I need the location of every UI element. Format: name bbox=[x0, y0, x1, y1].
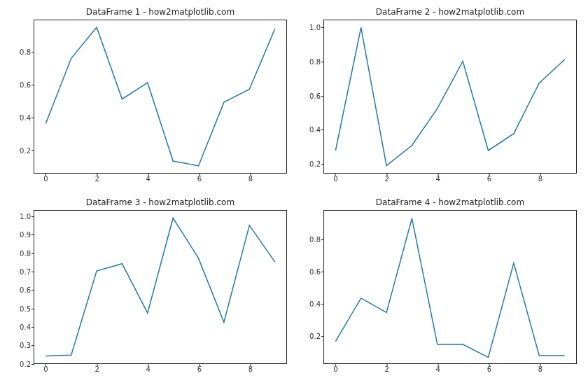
y-tick-label: 0.7 bbox=[20, 267, 31, 275]
x-tick-label: 6 bbox=[487, 175, 491, 183]
y-tick-label: 0.4 bbox=[309, 300, 321, 308]
x-tick-label: 2 bbox=[94, 365, 99, 373]
x-tick-label: 8 bbox=[248, 365, 253, 373]
y-tick-label: 0.4 bbox=[20, 323, 31, 330]
x-tick-label: 4 bbox=[436, 175, 440, 183]
y-tick-label: 0.3 bbox=[20, 342, 31, 349]
data-line bbox=[335, 218, 564, 357]
subplot-3: DataFrame 3 - how2matplotlib.com024680.2… bbox=[34, 210, 287, 364]
axes: 024680.20.40.60.8 bbox=[323, 210, 577, 364]
x-tick-label: 2 bbox=[384, 365, 388, 373]
subplot-2: DataFrame 2 - how2matplotlib.com024680.2… bbox=[323, 20, 577, 174]
x-tick-label: 2 bbox=[384, 175, 388, 183]
y-tick-label: 0.5 bbox=[20, 304, 31, 312]
y-tick-label: 0.2 bbox=[309, 160, 321, 167]
data-line bbox=[46, 218, 274, 356]
x-tick-label: 2 bbox=[94, 175, 99, 183]
x-tick-label: 6 bbox=[197, 175, 202, 183]
y-tick-label: 0.2 bbox=[20, 360, 31, 368]
x-tick-label: 0 bbox=[43, 175, 48, 183]
y-tick-label: 0.6 bbox=[309, 267, 321, 275]
subplot-1: DataFrame 1 - how2matplotlib.com024680.2… bbox=[34, 20, 287, 174]
y-tick-label: 0.4 bbox=[309, 126, 321, 134]
data-line bbox=[46, 27, 274, 166]
x-tick-label: 6 bbox=[487, 365, 491, 373]
y-tick-label: 0.6 bbox=[20, 81, 31, 89]
y-tick-label: 0.9 bbox=[20, 231, 31, 239]
x-tick-label: 0 bbox=[43, 365, 48, 373]
x-tick-label: 4 bbox=[146, 175, 150, 183]
subplot-4: DataFrame 4 - how2matplotlib.com024680.2… bbox=[323, 210, 577, 364]
chart-title: DataFrame 1 - how2matplotlib.com bbox=[34, 7, 287, 17]
x-tick-label: 6 bbox=[197, 365, 202, 373]
line-plot bbox=[34, 211, 286, 363]
x-tick-label: 0 bbox=[333, 175, 337, 183]
y-tick-label: 0.6 bbox=[309, 92, 321, 99]
axes: 024680.20.40.60.81.0 bbox=[323, 20, 577, 174]
y-tick-label: 1.0 bbox=[20, 212, 31, 220]
x-tick-label: 8 bbox=[538, 175, 542, 183]
axes: 024680.20.30.40.50.60.70.80.91.0 bbox=[34, 210, 287, 364]
y-tick-label: 0.6 bbox=[20, 286, 31, 294]
line-plot bbox=[324, 20, 576, 173]
y-tick-label: 0.2 bbox=[309, 332, 321, 340]
line-plot bbox=[34, 20, 286, 173]
x-tick-label: 4 bbox=[436, 365, 440, 373]
y-tick-mark bbox=[31, 364, 34, 365]
data-line bbox=[335, 27, 564, 165]
x-tick-label: 8 bbox=[538, 365, 542, 373]
line-plot bbox=[324, 211, 576, 363]
y-tick-label: 0.8 bbox=[309, 235, 321, 243]
chart-title: DataFrame 4 - how2matplotlib.com bbox=[323, 197, 577, 207]
y-tick-label: 0.8 bbox=[309, 58, 321, 66]
y-tick-label: 0.8 bbox=[20, 249, 31, 257]
chart-title: DataFrame 2 - how2matplotlib.com bbox=[323, 7, 577, 17]
x-tick-label: 0 bbox=[333, 365, 337, 373]
x-tick-label: 8 bbox=[248, 175, 253, 183]
x-tick-label: 4 bbox=[146, 365, 150, 373]
y-tick-label: 0.8 bbox=[20, 48, 31, 56]
y-tick-label: 0.4 bbox=[20, 114, 31, 122]
chart-title: DataFrame 3 - how2matplotlib.com bbox=[34, 197, 287, 207]
axes: 024680.20.40.60.8 bbox=[34, 20, 287, 174]
y-tick-label: 0.2 bbox=[20, 147, 31, 155]
y-tick-label: 1.0 bbox=[309, 24, 321, 31]
